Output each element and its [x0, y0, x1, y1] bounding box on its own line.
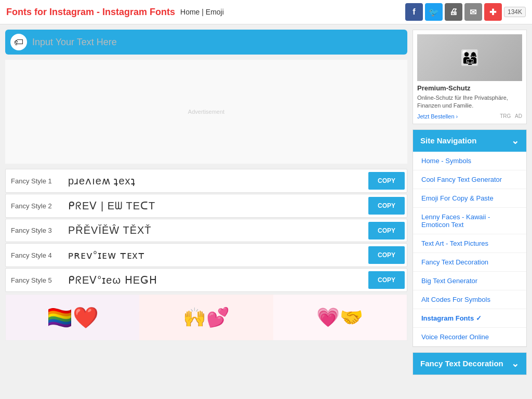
ad-description: Online-Schutz für Ihre Privatsphäre, Fin… [417, 94, 522, 110]
bottom-ad-middle: 🙌💕 [139, 295, 273, 340]
fancy-row-3: Fancy Style 3 PŘĚVĬĚŴ TĚXŤ COPY [5, 219, 407, 242]
header-right: f 🐦 🖨 ✉ ✚ 134K [405, 3, 526, 21]
fancy-preview-2: ᑭᖇEᐯ | Eᗯ TEᑕT [63, 194, 366, 217]
ad-image: 👨‍👩‍👧 [417, 34, 522, 81]
main-ad-area: Advertisement [5, 60, 407, 164]
nav-emoji-link[interactable]: Emoji [206, 8, 224, 16]
nav-item-voice-recorder[interactable]: Voice Recorder Online [413, 328, 526, 347]
nav-separator: | [202, 8, 204, 16]
hearts-emoji: 🙌💕 [183, 307, 230, 328]
ad-title: Premium-Schutz [417, 84, 522, 92]
fancy-rows: Fancy Style 1 pɹeʌıeʍ ʇexʇ COPY Fancy St… [5, 169, 407, 292]
copy-button-5[interactable]: COPY [368, 271, 405, 289]
copy-button-2[interactable]: COPY [368, 197, 405, 215]
facebook-button[interactable]: f [405, 3, 423, 21]
nav-item-cool-fancy[interactable]: Cool Fancy Text Generator [413, 170, 526, 189]
copy-button-4[interactable]: COPY [368, 246, 405, 264]
twitter-button[interactable]: 🐦 [425, 3, 443, 21]
fancy-preview-5: ᑭᖇEᐯ°ɪeω ᕼEǤᕼ [63, 269, 366, 291]
fancy-preview-1: pɹeʌıeʍ ʇexʇ [63, 169, 366, 192]
main-layout: 🏷 Advertisement Fancy Style 1 pɹeʌıeʍ ʇe… [0, 24, 532, 380]
fancy-decoration-chevron-icon: ⌄ [511, 358, 519, 369]
bottom-ad-left: 🏳️‍🌈❤️ [6, 295, 139, 340]
ad-image-content: 👨‍👩‍👧 [460, 49, 480, 67]
nav-header-label: Site Navigation [420, 136, 476, 145]
fancy-preview-4: ᴘʀᴇᴠ°ɪᴇᴡ ᴛᴇxᴛ [63, 244, 366, 267]
fancy-decoration-label: Fancy Text Decoration [420, 359, 503, 368]
fancy-row-4: Fancy Style 4 ᴘʀᴇᴠ°ɪᴇᴡ ᴛᴇxᴛ COPY [5, 243, 407, 267]
right-column: 👨‍👩‍👧 Premium-Schutz Online-Schutz für I… [413, 30, 527, 375]
ad-tag1: TRG [500, 113, 511, 119]
ad-placeholder-label: Advertisement [188, 109, 224, 115]
nav-item-text-art[interactable]: Text Art - Text Pictures [413, 234, 526, 253]
fancy-label-3: Fancy Style 3 [6, 220, 63, 241]
site-title-link[interactable]: Fonts for Instagram - Instagram Fonts [6, 7, 175, 18]
site-navigation-panel: Site Navigation ⌄ Home - Symbols Cool Fa… [413, 129, 527, 347]
fancy-row-2: Fancy Style 2 ᑭᖇEᐯ | Eᗯ TEᑕT COPY [5, 194, 407, 218]
bottom-ad-content: 🏳️‍🌈❤️ 🙌💕 💗🤝 [6, 295, 407, 340]
bottom-ad-banner: 🏳️‍🌈❤️ 🙌💕 💗🤝 [5, 294, 407, 341]
fancy-label-1: Fancy Style 1 [6, 171, 63, 191]
fancy-row-5: Fancy Style 5 ᑭᖇEᐯ°ɪeω ᕼEǤᕼ COPY [5, 268, 407, 292]
ad-cta-row: Jetzt Bestellen › TRG AD [417, 113, 522, 119]
nav-home-link[interactable]: Home [180, 8, 200, 16]
ad-tag2: AD [515, 113, 522, 119]
nav-item-emoji[interactable]: Emoji For Copy & Paste [413, 189, 526, 208]
nav-chevron-icon: ⌄ [511, 135, 519, 147]
fancy-label-5: Fancy Style 5 [6, 270, 63, 290]
rainbow-emoji: 🏳️‍🌈❤️ [47, 305, 99, 330]
search-box: 🏷 [5, 30, 407, 55]
fancy-row-1: Fancy Style 1 pɹeʌıeʍ ʇexʇ COPY [5, 169, 407, 193]
email-button[interactable]: ✉ [464, 3, 482, 21]
text-input[interactable] [32, 37, 402, 48]
print-button[interactable]: 🖨 [445, 3, 462, 21]
fancy-label-2: Fancy Style 2 [6, 196, 63, 216]
header-nav: Home | Emoji [180, 8, 224, 16]
header: Fonts for Instagram - Instagram Fonts Ho… [0, 0, 532, 24]
copy-button-1[interactable]: COPY [368, 172, 405, 190]
nav-items-list: Home - Symbols Cool Fancy Text Generator… [413, 152, 526, 347]
nav-item-fancy-decoration[interactable]: Fancy Text Decoration [413, 253, 526, 272]
nav-header[interactable]: Site Navigation ⌄ [413, 130, 526, 152]
sidebar-ad: 👨‍👩‍👧 Premium-Schutz Online-Schutz für I… [413, 30, 527, 124]
fancy-preview-3: PŘĚVĬĚŴ TĚXŤ [63, 219, 366, 242]
nav-item-lenny[interactable]: Lenny Faces - Kawaii - Emoticon Text [413, 208, 526, 234]
left-column: 🏷 Advertisement Fancy Style 1 pɹeʌıeʍ ʇe… [5, 30, 407, 375]
copy-button-3[interactable]: COPY [368, 222, 405, 240]
search-icon-wrap: 🏷 [10, 34, 27, 50]
tag-icon: 🏷 [14, 37, 23, 48]
share-button[interactable]: ✚ [484, 3, 502, 21]
ad-labels: TRG AD [500, 113, 522, 119]
nav-item-big-text[interactable]: Big Text Generator [413, 272, 526, 290]
bottom-ad-right: 💗🤝 [273, 295, 407, 340]
share-count: 134K [504, 7, 526, 17]
nav-item-home-symbols[interactable]: Home - Symbols [413, 152, 526, 170]
header-left: Fonts for Instagram - Instagram Fonts Ho… [6, 7, 224, 18]
nav-item-instagram-fonts[interactable]: Instagram Fonts ✓ [413, 309, 526, 328]
nav-item-alt-codes[interactable]: Alt Codes For Symbols [413, 290, 526, 309]
fancy-label-4: Fancy Style 4 [6, 245, 63, 265]
love-emoji: 💗🤝 [316, 307, 363, 328]
fancy-text-decoration-panel: Fancy Text Decoration ⌄ [413, 352, 527, 375]
ad-cta-link[interactable]: Jetzt Bestellen › [417, 113, 458, 119]
fancy-decoration-header[interactable]: Fancy Text Decoration ⌄ [413, 353, 526, 375]
